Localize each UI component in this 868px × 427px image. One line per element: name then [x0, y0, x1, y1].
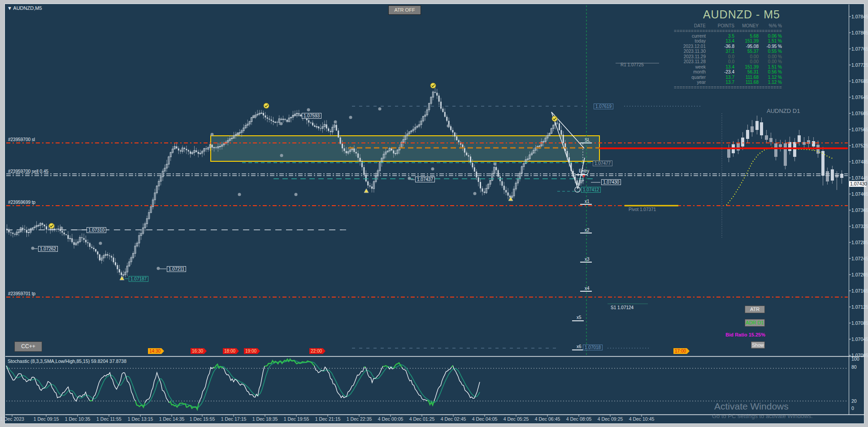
check-marker-icon[interactable] [49, 223, 54, 229]
price-label-107593[interactable]: 1.07593 [302, 113, 321, 119]
stats-cell: quarter [672, 75, 706, 80]
price-axis-tick: 1.07845 [851, 14, 868, 19]
order-sl-label[interactable]: #23959700 sl [8, 137, 35, 142]
time-badge-1430[interactable]: 14:30 [148, 348, 164, 354]
chart-title: AUDNZD - M5 [646, 8, 780, 21]
stats-row: week13.4151.391.51 % [672, 65, 782, 70]
fractal-dot [349, 116, 352, 119]
time-axis-label: 4 Dec 06:45 [535, 416, 560, 422]
price-label-107437[interactable]: 1.07437 [415, 177, 435, 182]
time-axis-label: 4 Dec 08:05 [566, 416, 592, 422]
price-axis-tick: 1.07205 [851, 272, 868, 277]
stats-cell: 111.68 [734, 75, 759, 80]
order-sell-label[interactable]: #23959700 sell 0.45 [8, 169, 48, 174]
stats-cell: 2023.12.01 [672, 44, 706, 49]
fractal-dot [31, 247, 35, 250]
fractal-dot [280, 122, 283, 125]
stats-cell: 13.4 [706, 65, 734, 70]
time-badge-1900[interactable]: 19:00 [244, 348, 260, 354]
order-tp1-label[interactable]: #23959699 tp [8, 200, 35, 205]
time-axis-label: 4 Dec 09:25 [598, 416, 623, 422]
price-axis-tick: 1.07525 [851, 143, 868, 148]
price-axis-tick: 1.07685 [851, 79, 868, 84]
stats-cell: 1.51 % [759, 65, 782, 70]
stats-cell: 2023.11.29 [672, 54, 706, 60]
stoch-extreme-highlight [90, 359, 453, 410]
time-axis-label: 1 Dec 19:55 [284, 416, 309, 422]
time-badge-1700[interactable]: 17:00 [673, 348, 690, 354]
fractal-dot [237, 133, 240, 136]
time-badge-1800[interactable]: 18:00 [223, 348, 239, 354]
order-tp2-label[interactable]: #23959701 tp [8, 291, 35, 296]
fractal-dot [211, 133, 214, 136]
stats-cell: 37.1 [706, 49, 734, 54]
price-label-107262[interactable]: 1.07262 [38, 246, 58, 252]
stoch-signal-line [6, 360, 480, 407]
current-price-badge: 1.07430 [849, 181, 866, 187]
stats-row: 2023.11.3037.155.370.55 % [672, 49, 782, 54]
stats-table: DATEPOINTSMONEY%% %=====================… [672, 23, 782, 90]
stats-cell: 1.12 % [759, 80, 782, 85]
price-axis-tick: 1.07565 [851, 127, 868, 132]
fractal-dot [378, 108, 382, 111]
stats-row: year13.7111.681.12 % [672, 80, 782, 85]
cc-plus-plus-button[interactable]: CC++ [14, 341, 42, 352]
time-axis-label: 4 Dec 10:45 [629, 416, 655, 422]
stats-separator: ====================================== [672, 85, 782, 90]
price-label-107211[interactable]: 1.07211 [167, 266, 186, 272]
price-label-107310[interactable]: 1.07310 [87, 227, 106, 233]
time-axis-label: 1 Dec 15:55 [190, 416, 215, 422]
check-marker-icon[interactable] [264, 103, 269, 108]
arrow-up-marker-icon[interactable] [364, 189, 369, 193]
stoch-axis-tick: 20 [851, 399, 857, 404]
stats-separator: ====================================== [672, 29, 782, 34]
fractal-dot [99, 242, 102, 245]
stats-cell: 55.37 [734, 49, 759, 54]
stats-cell: 0.00 % [759, 59, 782, 65]
price-axis-tick: 1.07405 [851, 192, 868, 197]
price-axis-tick: 1.07485 [851, 160, 868, 164]
time-axis-label: 1 Dec 22:35 [347, 416, 372, 422]
r1-label: R1 1.07725 [621, 62, 644, 67]
stats-cell: today [672, 39, 706, 44]
stats-cell: -0.95 % [759, 44, 782, 49]
time-badge-1630[interactable]: 16:30 [191, 348, 207, 354]
time-axis-label: 4 Dec 01:25 [409, 416, 435, 422]
time-badge-2200[interactable]: 22:00 [309, 348, 326, 354]
x4-tag: x4 [585, 286, 590, 291]
stats-row: quarter13.7111.681.12 % [672, 75, 782, 80]
x3-tag: x3 [585, 257, 590, 262]
check-marker-icon[interactable] [552, 116, 557, 121]
atr-button[interactable]: ATR [745, 306, 765, 313]
price-label-107018[interactable]: 1.07018 [583, 345, 603, 350]
price-label-107430[interactable]: 1.07430 [601, 179, 621, 185]
stats-header: MONEY [734, 23, 759, 29]
price-label-107477[interactable]: 1.07477 [593, 160, 612, 166]
stats-header: %% % [759, 23, 782, 29]
price-label-107412[interactable]: 1.07412 [581, 187, 601, 193]
stats-header-row: DATEPOINTSMONEY%% % [672, 23, 782, 29]
stats-cell: 2023.11.30 [672, 49, 706, 54]
adr-d1-button[interactable]: ADR D1 [745, 319, 765, 327]
stats-header: DATE [672, 23, 706, 29]
price-label-107619[interactable]: 1.07619 [594, 104, 613, 109]
show-button[interactable]: Show [751, 341, 765, 349]
s1-label: S1 1.07124 [611, 305, 634, 310]
price-label-107187[interactable]: 1.07187 [129, 276, 148, 282]
mini-chart-title: AUDNZD D1 [767, 108, 800, 113]
stats-row: today13.4151.391.51 % [672, 39, 782, 44]
atr-off-button[interactable]: ATR OFF [388, 5, 421, 15]
price-axis-tick: 1.07725 [851, 63, 868, 68]
stats-cell: 0.06 % [759, 34, 782, 39]
stats-cell: 1.12 % [759, 75, 782, 80]
price-axis-tick: 1.07085 [851, 321, 868, 326]
stoch-main-line [6, 359, 480, 410]
time-axis-label: 1 Dec 21:15 [315, 416, 341, 422]
stats-cell: current [672, 34, 706, 39]
sl-tag: SL [585, 138, 590, 142]
stats-cell: 5.68 [734, 34, 759, 39]
symbol-label[interactable]: ▼ AUDNZD,M5 [7, 5, 42, 11]
stats-cell: 13.7 [706, 75, 734, 80]
check-marker-icon[interactable] [430, 83, 436, 88]
d1-mini-candles [726, 116, 843, 205]
